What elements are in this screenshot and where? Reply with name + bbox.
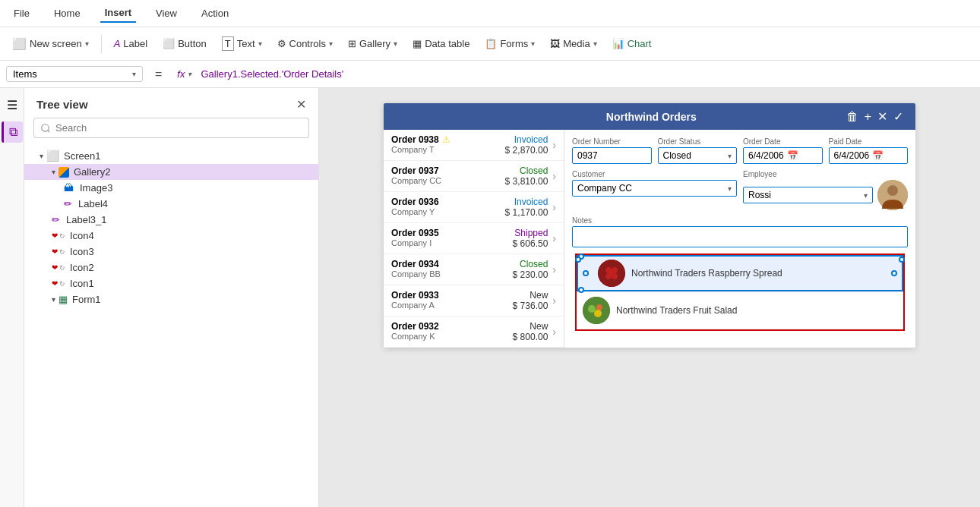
field-order-number: Order Number 0937 (572, 137, 652, 164)
order-info-0938: Order 0938 ⚠ Invoiced Company T $ 2,870.… (391, 134, 548, 156)
button-button[interactable]: ⬜ Button (156, 35, 213, 52)
tree-item-screen1[interactable]: ▾ ⬜ Screen1 (24, 147, 318, 164)
label-button[interactable]: A Label (108, 35, 153, 52)
gallery-item-0938[interactable]: Order 0938 ⚠ Invoiced Company T $ 2,870.… (384, 130, 564, 161)
tree-item-form1[interactable]: ▾ ▦ Form1 (24, 291, 318, 307)
text-button[interactable]: T Text ▾ (216, 33, 268, 54)
amount: $ 606.50 (513, 238, 548, 249)
chevron-right-icon: › (552, 263, 556, 276)
field-row-2: Customer Company CC ▾ Employee (572, 170, 908, 210)
new-screen-button[interactable]: ⬜ New screen ▾ (6, 34, 95, 54)
gallery-item-0934[interactable]: Order 0934 Closed Company BB $ 230.00 › (384, 254, 564, 285)
tree-item-label4[interactable]: ✏ Label4 (24, 196, 318, 212)
order-number-input[interactable]: 0937 (572, 147, 652, 164)
gallery-chevron-icon: ▾ (394, 39, 397, 48)
media-button[interactable]: 🖼 Media ▾ (544, 35, 602, 52)
employee-label: Employee (743, 170, 908, 178)
employee-avatar (877, 180, 908, 210)
formula-expression[interactable]: Gallery1.Selected.'Order Details' (201, 68, 974, 80)
gallery2-item-0[interactable]: Northwind Traders Raspberry Spread (577, 255, 903, 292)
field-row-1: Order Number 0937 Order Status Closed ▾ (572, 137, 908, 164)
notes-input[interactable] (572, 226, 908, 247)
gallery-item-0932[interactable]: Order 0932 New Company K $ 800.00 › (384, 316, 564, 348)
tree-search-input[interactable] (33, 118, 309, 138)
check-button[interactable]: ✓ (893, 109, 903, 124)
tree-item-gallery2[interactable]: ▾ Gallery2 (24, 164, 318, 180)
order-status-input[interactable]: Closed ▾ (658, 147, 738, 164)
data-table-icon: ▦ (413, 38, 422, 49)
tree-item-icon1[interactable]: ❤ ↻ Icon1 (24, 276, 318, 291)
paid-date-input[interactable]: 6/4/2006 📅 (829, 147, 909, 164)
button-icon: ⬜ (163, 38, 175, 49)
svg-point-9 (588, 305, 596, 313)
header-actions: 🗑 + ✕ ✓ (846, 109, 903, 124)
gallery-item-0936[interactable]: Order 0936 Invoiced Company Y $ 1,170.00… (384, 192, 564, 223)
chevron-down-icon: ▾ (85, 39, 89, 48)
order-detail-panel: Order Number 0937 Order Status Closed ▾ (564, 130, 915, 348)
order-date-input[interactable]: 6/4/2006 📅 (743, 147, 823, 164)
controls-button[interactable]: ⚙ Controls ▾ (271, 35, 339, 52)
chevron-right-icon: › (552, 139, 556, 151)
text-icon: T (222, 36, 234, 51)
property-dropdown[interactable]: Items ▾ (6, 66, 143, 82)
tree-item-icon3[interactable]: ❤ ↻ Icon3 (24, 244, 318, 260)
menu-file[interactable]: File (9, 5, 34, 22)
customer-input[interactable]: Company CC ▾ (572, 180, 737, 197)
menu-home[interactable]: Home (49, 5, 85, 22)
gallery-item-0937[interactable]: Order 0937 Closed Company CC $ 3,810.00 … (384, 161, 564, 192)
layers-icon[interactable]: ⧉ (2, 121, 23, 143)
screen-icon: ⬜ (46, 150, 59, 162)
equals-sign: = (149, 68, 168, 81)
company-name: Company CC (391, 176, 441, 187)
employee-input[interactable]: Rossi ▾ (743, 187, 873, 203)
menu-view[interactable]: View (151, 5, 182, 22)
product-name-1: Northwind Traders Fruit Salad (616, 305, 737, 316)
customer-label: Customer (572, 170, 737, 178)
tree-panel: Tree view ✕ ▾ ⬜ Screen1 ▾ Gallery2 (24, 88, 318, 507)
form-icon: ▦ (58, 294, 68, 305)
media-icon: 🖼 (550, 38, 560, 49)
dropdown-arrow-icon: ▾ (132, 70, 136, 78)
company-name: Company BB (391, 269, 441, 280)
gallery-button[interactable]: ⊞ Gallery ▾ (342, 35, 403, 52)
warning-icon: ⚠ (442, 134, 450, 145)
main-area: ☰ ⧉ Tree view ✕ ▾ ⬜ Screen1 ▾ (0, 88, 980, 507)
tree-item-icon2[interactable]: ❤ ↻ Icon2 (24, 260, 318, 276)
toolbar: ⬜ New screen ▾ A Label ⬜ Button T Text ▾… (0, 27, 980, 61)
gallery2-item-1[interactable]: Northwind Traders Fruit Salad (577, 292, 903, 329)
tree-close-button[interactable]: ✕ (296, 97, 306, 112)
order-num: Order 0933 (391, 290, 439, 301)
tree-item-icon4[interactable]: ❤ ↻ Icon4 (24, 228, 318, 244)
hamburger-icon[interactable]: ☰ (2, 94, 23, 115)
status-invoiced: Invoiced (514, 134, 548, 145)
close-button[interactable]: ✕ (877, 109, 887, 124)
dropdown-arrow-icon: ▾ (728, 184, 732, 193)
controls-chevron-icon: ▾ (329, 39, 333, 48)
handle-right (899, 257, 905, 263)
add-button[interactable]: + (865, 109, 871, 124)
gallery-item-0933[interactable]: Order 0933 New Company A $ 736.00 › (384, 285, 564, 316)
company-name: Company K (391, 332, 435, 342)
svg-point-11 (594, 310, 602, 317)
menu-action[interactable]: Action (197, 5, 233, 22)
amount: $ 736.00 (513, 301, 548, 311)
forms-button[interactable]: 📋 Forms ▾ (479, 35, 541, 52)
right-handle (891, 270, 897, 276)
data-table-button[interactable]: ▦ Data table (406, 35, 476, 52)
delete-button[interactable]: 🗑 (846, 109, 858, 124)
gallery-item-0935[interactable]: Order 0935 Shipped Company I $ 606.50 › (384, 223, 564, 254)
paid-date-value: 6/4/2006 (834, 150, 870, 161)
icon-compound-icon: ❤ ↻ (52, 231, 65, 240)
chart-button[interactable]: 📊 Chart (606, 35, 658, 52)
tree-item-label3-1[interactable]: ✏ Label3_1 (24, 212, 318, 228)
form1-label: Form1 (72, 294, 101, 305)
field-paid-date: Paid Date 6/4/2006 📅 (829, 137, 909, 164)
svg-point-10 (596, 304, 602, 310)
tree-item-image3[interactable]: 🏔 Image3 (24, 180, 318, 196)
chevron-right-icon: › (552, 326, 556, 338)
icon2-label: Icon2 (70, 262, 94, 273)
status-new: New (530, 321, 548, 332)
text-chevron-icon: ▾ (258, 39, 262, 48)
menu-insert[interactable]: Insert (100, 4, 136, 23)
order-info-0933: Order 0933 New Company A $ 736.00 (391, 290, 548, 311)
